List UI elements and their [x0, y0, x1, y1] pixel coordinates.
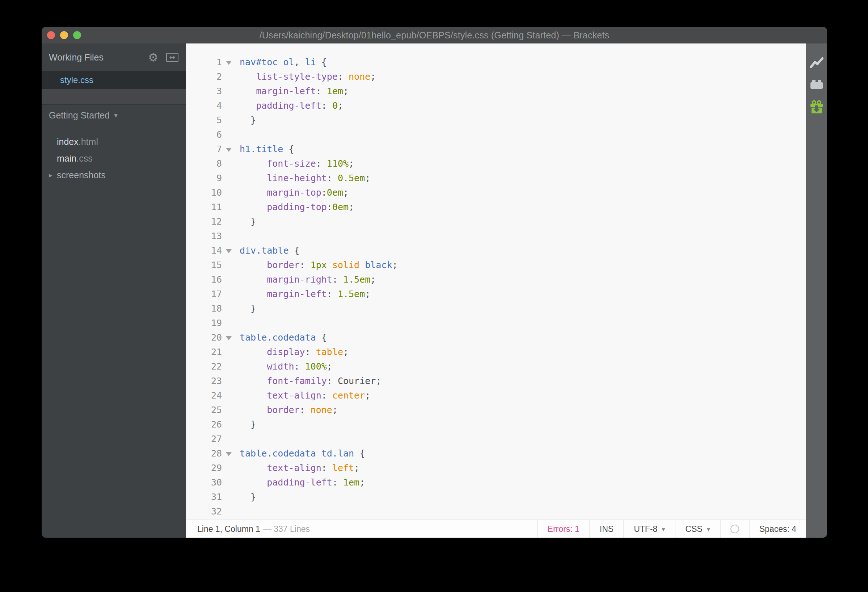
- tree-item[interactable]: main.css: [41, 150, 186, 167]
- code-line[interactable]: 25 border: none;: [186, 403, 806, 417]
- code-line[interactable]: 23 font-family: Courier;: [186, 374, 806, 388]
- code-area[interactable]: 1nav#toc ol, li {2 list-style-type: none…: [186, 43, 806, 519]
- code-line[interactable]: 32: [186, 504, 806, 519]
- extension-updates-icon[interactable]: [810, 100, 823, 114]
- code-line[interactable]: 1nav#toc ol, li {: [186, 55, 806, 70]
- fold-marker-icon[interactable]: [226, 249, 232, 253]
- code-line[interactable]: 22 width: 100%;: [186, 360, 806, 374]
- code-line[interactable]: 16 margin-right: 1.5em;: [186, 272, 806, 287]
- code-line[interactable]: 18 }: [186, 302, 806, 316]
- fold-gutter: [222, 432, 236, 446]
- code-line[interactable]: 19: [186, 316, 806, 330]
- extension-manager-icon[interactable]: [810, 79, 824, 89]
- code-line[interactable]: 6: [186, 127, 806, 142]
- line-number: 19: [186, 316, 222, 330]
- line-number: 2: [186, 70, 222, 84]
- close-button[interactable]: [47, 31, 55, 39]
- fold-gutter: [222, 302, 236, 316]
- token-sel: li: [305, 57, 316, 67]
- tree-item[interactable]: index.html: [41, 133, 186, 150]
- code-line[interactable]: 17 margin-left: 1.5em;: [186, 287, 806, 302]
- fold-marker-icon[interactable]: [226, 336, 232, 340]
- fold-marker-icon[interactable]: [226, 148, 232, 152]
- cursor-position[interactable]: Line 1, Column 1 — 337 Lines: [186, 524, 310, 534]
- project-dropdown[interactable]: Getting Started ▾: [41, 105, 186, 125]
- code-line[interactable]: 9 line-height: 0.5em;: [186, 171, 806, 185]
- token-prop: margin-left: [267, 289, 327, 299]
- token-pun: ;: [338, 101, 343, 111]
- fold-gutter: [222, 417, 236, 432]
- fold-gutter: [222, 55, 236, 70]
- token-prop: margin-left: [256, 86, 316, 96]
- code-line[interactable]: 11 padding-top:0em;: [186, 200, 806, 215]
- token-num: 1em: [327, 86, 343, 96]
- token-num: 0: [332, 101, 338, 111]
- line-number: 4: [186, 99, 222, 113]
- token-pun: ;: [359, 477, 365, 488]
- code-line[interactable]: 14div.table {: [186, 243, 806, 258]
- token-pun: [240, 477, 267, 488]
- lint-status[interactable]: [720, 520, 749, 538]
- code-text: }: [236, 215, 256, 229]
- token-pun: [359, 260, 365, 270]
- code-line[interactable]: 3 margin-left: 1em;: [186, 84, 806, 99]
- token-pun: }: [240, 115, 256, 125]
- code-line[interactable]: 20table.codedata {: [186, 330, 806, 345]
- code-text: width: 100%;: [236, 360, 332, 374]
- fold-gutter: [222, 490, 236, 504]
- project-name: Getting Started: [49, 110, 110, 121]
- fold-gutter: [222, 403, 236, 417]
- code-line[interactable]: 24 text-align: center;: [186, 388, 806, 403]
- code-line[interactable]: 13: [186, 229, 806, 243]
- token-num: 1em: [343, 477, 359, 488]
- indentation-setting[interactable]: Spaces: 4: [749, 520, 806, 538]
- code-line[interactable]: 15 border: 1px solid black;: [186, 258, 806, 272]
- fold-gutter: [222, 200, 236, 215]
- code-line[interactable]: 10 margin-top:0em;: [186, 185, 806, 200]
- gear-icon[interactable]: ⚙: [148, 52, 158, 63]
- chevron-down-icon: ▾: [114, 111, 118, 119]
- token-pun: [240, 173, 267, 184]
- token-pun: :: [322, 187, 327, 198]
- code-line[interactable]: 31 }: [186, 490, 806, 504]
- token-pun: ;: [343, 86, 348, 96]
- code-line[interactable]: 7h1.title {: [186, 142, 806, 157]
- token-pun: :: [327, 173, 338, 184]
- token-pun: :: [338, 71, 348, 82]
- sidebar: Working Files ⚙ ↔ style.css Getting Star…: [41, 43, 186, 538]
- code-line[interactable]: 28table.codedata td.lan {: [186, 446, 806, 461]
- code-line[interactable]: 21 display: table;: [186, 345, 806, 360]
- code-line[interactable]: 29 text-align: left;: [186, 461, 806, 475]
- minimize-button[interactable]: [60, 31, 68, 39]
- token-pun: [240, 347, 267, 357]
- status-indicators: Errors: 1 INS UTF-8 ▾ CSS ▾ Spaces: 4: [537, 520, 806, 538]
- line-number: 24: [186, 388, 222, 403]
- token-sel: h1.title: [240, 144, 283, 154]
- token-num: 110%: [327, 158, 348, 169]
- code-line[interactable]: 8 font-size: 110%;: [186, 157, 806, 171]
- code-line[interactable]: 30 padding-left: 1em;: [186, 475, 806, 490]
- code-line[interactable]: 12 }: [186, 215, 806, 229]
- code-line[interactable]: 27: [186, 432, 806, 446]
- code-text: table.codedata td.lan {: [236, 446, 365, 461]
- working-file-item[interactable]: style.css: [41, 71, 186, 89]
- code-line[interactable]: 2 list-style-type: none;: [186, 70, 806, 84]
- zoom-button[interactable]: [73, 31, 81, 39]
- encoding-selector[interactable]: UTF-8 ▾: [623, 520, 675, 538]
- code-text: }: [236, 490, 256, 504]
- insert-mode-indicator[interactable]: INS: [589, 520, 623, 538]
- token-prop: font-family: [267, 376, 327, 386]
- tree-item[interactable]: ▸screenshots: [41, 167, 186, 184]
- code-text: text-align: left;: [236, 461, 359, 475]
- errors-indicator[interactable]: Errors: 1: [537, 520, 589, 538]
- fold-marker-icon[interactable]: [226, 452, 232, 456]
- fold-marker-icon[interactable]: [226, 61, 232, 65]
- chevron-down-icon: ▾: [707, 525, 710, 533]
- code-line[interactable]: 26 }: [186, 417, 806, 432]
- live-preview-icon[interactable]: [810, 57, 824, 68]
- code-line[interactable]: 4 padding-left: 0;: [186, 99, 806, 113]
- language-selector[interactable]: CSS ▾: [675, 520, 720, 538]
- split-view-icon[interactable]: ↔: [166, 53, 179, 62]
- file-base-name: main: [57, 153, 76, 164]
- code-line[interactable]: 5 }: [186, 113, 806, 127]
